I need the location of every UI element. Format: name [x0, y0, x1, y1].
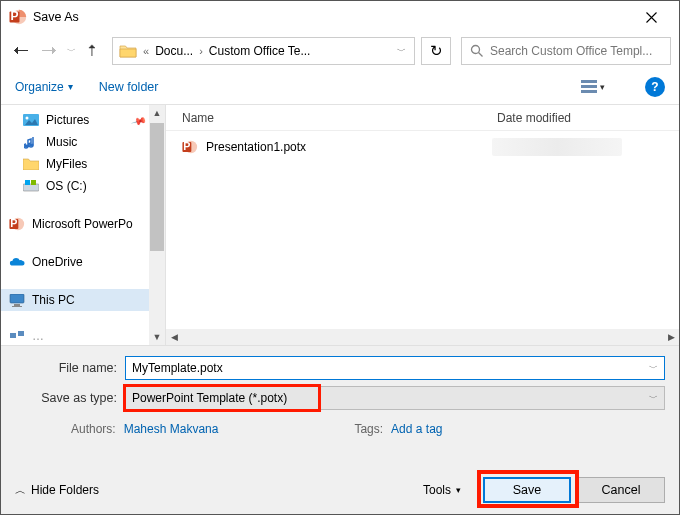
filename-label: File name: — [15, 361, 125, 375]
search-icon — [470, 44, 484, 58]
column-header-name[interactable]: Name — [182, 111, 497, 125]
search-placeholder: Search Custom Office Templ... — [490, 44, 652, 58]
tags-value[interactable]: Add a tag — [391, 422, 442, 436]
sidebar-tree[interactable]: ▲ ▼ Pictures 📌 Music MyFiles OS (C:) — [1, 105, 166, 345]
chevron-down-icon[interactable]: ﹀ — [649, 392, 658, 405]
svg-line-4 — [479, 53, 483, 57]
svg-text:P: P — [10, 9, 18, 23]
history-dropdown[interactable]: ﹀ — [67, 45, 76, 58]
svg-rect-13 — [25, 180, 30, 185]
address-dropdown[interactable]: ﹀ — [397, 45, 406, 58]
sidebar-item-thispc[interactable]: This PC — [1, 289, 165, 311]
svg-rect-20 — [12, 306, 22, 307]
back-button[interactable]: 🠐 — [9, 39, 33, 63]
music-icon — [23, 135, 39, 149]
scroll-thumb[interactable] — [150, 123, 164, 251]
up-button[interactable]: 🠑 — [82, 41, 102, 61]
file-hscrollbar[interactable]: ◀ ▶ — [166, 329, 679, 345]
file-name: Presentation1.potx — [206, 140, 306, 154]
column-header-date[interactable]: Date modified — [497, 111, 571, 125]
save-button[interactable]: Save — [483, 477, 571, 503]
svg-rect-5 — [581, 80, 597, 83]
potx-file-icon: P — [182, 139, 198, 155]
forward-button: 🠒 — [37, 39, 61, 63]
sidebar-item-onedrive[interactable]: OneDrive — [1, 251, 165, 273]
view-button[interactable]: ▾ — [581, 80, 605, 94]
search-input[interactable]: Search Custom Office Templ... — [461, 37, 671, 65]
svg-point-10 — [30, 144, 34, 147]
svg-rect-19 — [14, 304, 20, 306]
scroll-left-icon[interactable]: ◀ — [166, 329, 182, 345]
date-modified-redacted — [492, 138, 622, 156]
tags-label: Tags: — [354, 422, 383, 436]
svg-rect-22 — [18, 331, 24, 336]
help-button[interactable]: ? — [645, 77, 665, 97]
cancel-button[interactable]: Cancel — [577, 477, 665, 503]
pin-icon: 📌 — [131, 112, 147, 128]
svg-text:P: P — [10, 217, 17, 229]
svg-point-3 — [472, 46, 480, 54]
address-bar[interactable]: « Docu... › Custom Office Te... ﹀ — [112, 37, 415, 65]
scroll-right-icon[interactable]: ▶ — [663, 329, 679, 345]
authors-value[interactable]: Mahesh Makvana — [124, 422, 219, 436]
sidebar-item-myfiles[interactable]: MyFiles — [1, 153, 165, 175]
sidebar-item-more[interactable]: … — [1, 325, 165, 345]
sidebar-item-pictures[interactable]: Pictures 📌 — [1, 109, 165, 131]
powerpoint-icon: P — [9, 217, 25, 231]
svg-rect-12 — [23, 184, 39, 191]
chevron-right-icon[interactable]: › — [197, 45, 205, 57]
folder-icon — [119, 44, 137, 59]
svg-text:P: P — [183, 140, 190, 152]
drive-icon — [23, 179, 39, 193]
window-title: Save As — [33, 10, 79, 24]
thispc-icon — [9, 293, 25, 307]
chevron-down-icon[interactable]: ﹀ — [649, 362, 658, 375]
svg-point-9 — [26, 117, 29, 120]
breadcrumb-seg[interactable]: Docu... — [155, 44, 193, 58]
svg-rect-21 — [10, 333, 16, 338]
close-button[interactable] — [631, 3, 671, 31]
sidebar-scrollbar[interactable]: ▲ ▼ — [149, 105, 165, 345]
svg-rect-18 — [10, 294, 24, 303]
powerpoint-icon: P — [9, 8, 27, 26]
savetype-label: Save as type: — [15, 391, 125, 405]
chevron-right-icon[interactable]: « — [141, 45, 151, 57]
authors-label: Authors: — [71, 422, 116, 436]
tools-button[interactable]: Tools▾ — [423, 483, 461, 497]
sidebar-item-powerpoint[interactable]: P Microsoft PowerPo — [1, 213, 165, 235]
newfolder-button[interactable]: New folder — [99, 80, 159, 94]
svg-rect-7 — [581, 90, 597, 93]
breadcrumb-seg[interactable]: Custom Office Te... — [209, 44, 311, 58]
scroll-up-icon[interactable]: ▲ — [149, 105, 165, 121]
hidefolders-button[interactable]: ︿Hide Folders — [15, 483, 99, 498]
savetype-select[interactable]: PowerPoint Template (*.potx) ﹀ — [125, 386, 665, 410]
folder-icon — [23, 157, 39, 171]
sidebar-item-music[interactable]: Music — [1, 131, 165, 153]
refresh-button[interactable]: ↻ — [421, 37, 451, 65]
file-row[interactable]: P Presentation1.potx — [166, 135, 679, 159]
svg-point-11 — [25, 145, 29, 148]
svg-rect-14 — [31, 180, 36, 185]
pictures-icon — [23, 113, 39, 127]
sidebar-item-os[interactable]: OS (C:) — [1, 175, 165, 197]
svg-rect-6 — [581, 85, 597, 88]
scroll-down-icon[interactable]: ▼ — [149, 329, 165, 345]
onedrive-icon — [9, 255, 25, 269]
organize-button[interactable]: Organize▾ — [15, 80, 73, 94]
filename-input[interactable]: MyTemplate.potx ﹀ — [125, 356, 665, 380]
network-icon — [9, 329, 25, 343]
